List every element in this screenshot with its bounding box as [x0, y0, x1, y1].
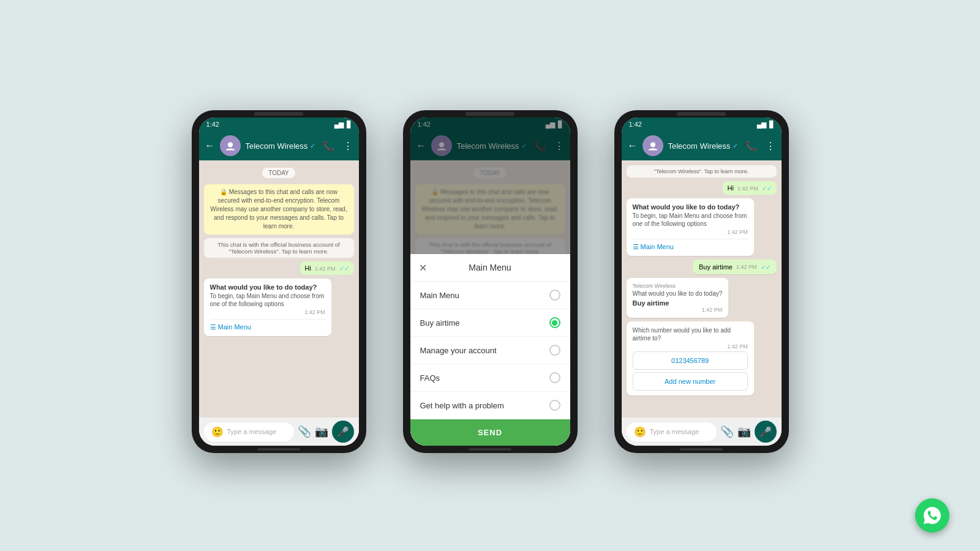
hi-msg-right: Hi 1:42 PM ✓✓: [723, 181, 777, 195]
emoji-icon-left: 🙂: [211, 426, 224, 438]
status-bar-left: 1:42 ▄▆ ▊: [199, 118, 359, 131]
checkmarks-right: ✓✓: [762, 185, 772, 192]
avatar-right: [643, 135, 663, 156]
number-option-btn[interactable]: 0123456789: [633, 351, 748, 370]
system-msg-left: 🔒 Messages to this chat and calls are no…: [204, 184, 354, 234]
radio-get-help[interactable]: [549, 400, 560, 411]
more-icon-right[interactable]: ⋮: [766, 140, 775, 152]
modal-option-manage-account[interactable]: Manage your account: [410, 337, 570, 364]
bot-message-left: What would you like to do today? To begi…: [204, 279, 331, 336]
phone-bottom-bar-left: [257, 448, 300, 451]
mic-button-right[interactable]: 🎤: [755, 421, 777, 443]
modal-option-buy-airtime[interactable]: Buy airtime: [410, 309, 570, 337]
user-msg-buy-airtime: Buy airtime 1:42 PM ✓✓: [693, 260, 777, 274]
whatsapp-fab[interactable]: [915, 498, 949, 533]
bot-message-right: What would you like to do today? To begi…: [627, 198, 754, 256]
send-button[interactable]: SEND: [410, 419, 570, 446]
attach-icon-left[interactable]: 📎: [298, 425, 311, 438]
chat-input-area-left: 🙂 Type a message 📎 📷 🎤: [199, 418, 359, 446]
status-time-right: 1:42: [629, 121, 642, 128]
more-icon-left[interactable]: ⋮: [343, 140, 353, 152]
message-input-right[interactable]: 🙂 Type a message: [627, 422, 717, 441]
phone-top-notch: [254, 112, 303, 116]
modal-option-main-menu[interactable]: Main Menu: [410, 282, 570, 309]
modal-header: ✕ Main Menu: [410, 254, 570, 282]
verified-badge-right: ✓: [733, 142, 738, 150]
signal-icon-right: ▄▆: [757, 121, 767, 129]
phone-screen-right: 1:42 ▄▆ ▊ ← Telecom Wireless ✓: [622, 118, 782, 446]
modal-overlay: ✕ Main Menu Main Menu Buy airtime: [410, 118, 570, 446]
signal-icon-left: ▄▆: [334, 121, 344, 129]
system-msg2-left: This chat is with the official business …: [204, 238, 354, 258]
header-icons-right: 📞 ⋮: [745, 140, 775, 152]
today-label-left: TODAY: [204, 168, 354, 178]
status-bar-right: 1:42 ▄▆ ▊: [622, 118, 782, 131]
chat-input-area-right: 🙂 Type a message 📎 📷 🎤: [622, 418, 782, 446]
chat-area-right: "Telecom Wireless". Tap to learn more. H…: [622, 160, 782, 418]
radio-main-menu[interactable]: [549, 290, 560, 301]
svg-point-0: [227, 142, 232, 147]
main-menu-btn-right[interactable]: ☰ Main Menu: [633, 239, 748, 251]
main-menu-btn-left[interactable]: ☰ Main Menu: [210, 319, 325, 331]
phone-screen-middle: 1:42 ▄▆ ▊ ← Telecom Wireless ✓: [410, 118, 570, 446]
phone-left: 1:42 ▄▆ ▊ ← Telecom Wireless ✓: [192, 110, 366, 453]
contact-info-right[interactable]: Telecom Wireless ✓: [668, 141, 740, 151]
checkmarks-left: ✓✓: [339, 265, 349, 272]
status-icons-right: ▄▆ ▊: [757, 121, 774, 129]
contact-info-left[interactable]: Telecom Wireless ✓: [246, 141, 317, 151]
airtime-question-msg: Which number would you like to add airti…: [627, 321, 754, 395]
call-icon-right[interactable]: 📞: [745, 140, 757, 152]
contact-name-right: Telecom Wireless ✓: [668, 141, 740, 151]
camera-icon-left[interactable]: 📷: [315, 425, 328, 438]
radio-faqs[interactable]: [549, 372, 560, 383]
call-icon-left[interactable]: 📞: [322, 140, 334, 152]
phone-screen-left: 1:42 ▄▆ ▊ ← Telecom Wireless ✓: [199, 118, 359, 446]
phone-middle: 1:42 ▄▆ ▊ ← Telecom Wireless ✓: [403, 110, 578, 453]
emoji-icon-right: 🙂: [634, 426, 646, 438]
mic-button-left[interactable]: 🎤: [332, 421, 354, 443]
header-icons-left: 📞 ⋮: [322, 140, 353, 152]
modal-option-get-help[interactable]: Get help with a problem: [410, 392, 570, 419]
verified-badge-left: ✓: [310, 142, 315, 150]
svg-point-2: [650, 142, 655, 147]
wifi-icon-left: ▊: [347, 121, 352, 129]
modal-close-button[interactable]: ✕: [419, 262, 427, 274]
back-button-right[interactable]: ←: [628, 140, 638, 151]
avatar-left: [220, 135, 241, 156]
battery-icon-right: ▊: [769, 121, 774, 129]
radio-buy-airtime[interactable]: [549, 317, 560, 328]
bot-reply-airtime: Telecom Wireless What would you like to …: [627, 278, 729, 318]
phones-container: 1:42 ▄▆ ▊ ← Telecom Wireless ✓: [192, 110, 789, 453]
phone-top-notch-middle: [466, 112, 514, 116]
chat-header-right: ← Telecom Wireless ✓ 📞 ⋮: [622, 131, 782, 160]
chat-header-left: ← Telecom Wireless ✓ 📞 ⋮: [199, 131, 359, 160]
phone-right: 1:42 ▄▆ ▊ ← Telecom Wireless ✓: [614, 110, 789, 453]
checkmarks-user: ✓✓: [761, 264, 771, 271]
camera-icon-right[interactable]: 📷: [737, 425, 751, 438]
phone-top-notch-right: [677, 112, 726, 116]
message-input-left[interactable]: 🙂 Type a message: [204, 422, 294, 441]
modal-sheet: ✕ Main Menu Main Menu Buy airtime: [410, 254, 570, 446]
phone-bottom-bar-right: [680, 448, 723, 451]
radio-manage-account[interactable]: [549, 345, 560, 356]
contact-name-left: Telecom Wireless ✓: [246, 141, 317, 151]
status-icons-left: ▄▆ ▊: [334, 121, 352, 129]
phone-bottom-bar-middle: [469, 448, 511, 451]
modal-option-faqs[interactable]: FAQs: [410, 364, 570, 392]
add-new-number-btn[interactable]: Add new number: [633, 372, 748, 391]
status-time-left: 1:42: [206, 121, 219, 128]
hi-msg-left: Hi 1:42 PM ✓✓: [300, 261, 354, 275]
system-tap-msg-right: "Telecom Wireless". Tap to learn more.: [627, 165, 777, 178]
chat-area-left: TODAY 🔒 Messages to this chat and calls …: [199, 160, 359, 418]
attach-icon-right[interactable]: 📎: [720, 425, 734, 438]
modal-title: Main Menu: [469, 263, 511, 272]
back-button-left[interactable]: ←: [205, 140, 215, 151]
